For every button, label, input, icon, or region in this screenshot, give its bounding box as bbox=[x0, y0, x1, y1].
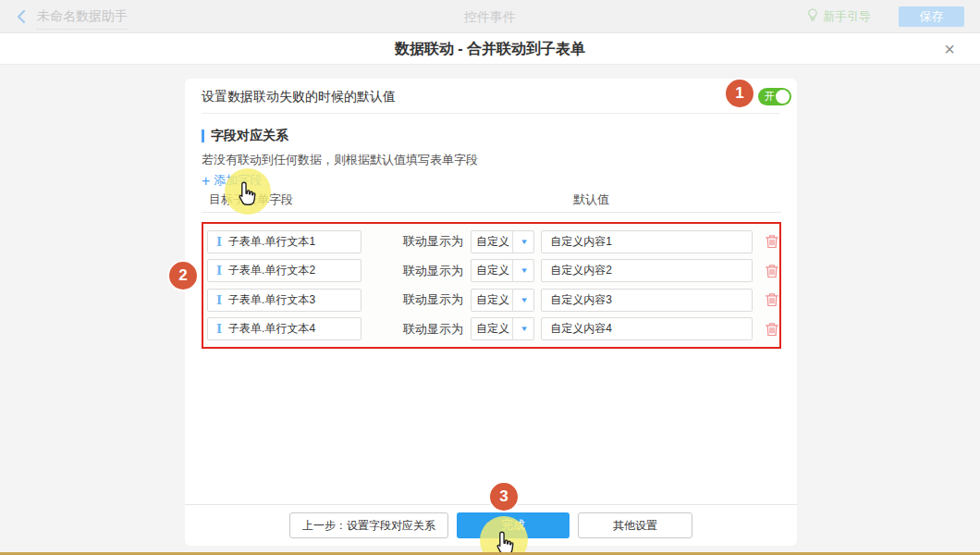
default-value-toggle[interactable]: 开 bbox=[758, 88, 791, 105]
chevron-down-icon: ▼ bbox=[512, 318, 535, 339]
close-icon[interactable]: × bbox=[937, 37, 962, 61]
default-value-setting-row: 设置数据联动失败的时候的默认值 开 bbox=[202, 79, 780, 114]
table-header: 目标子表单字段 默认值 bbox=[202, 191, 780, 206]
text-field-icon: I bbox=[216, 293, 222, 307]
section-description: 若没有联动到任何数据，则根据默认值填写表单字段 bbox=[202, 152, 478, 168]
linkage-display-label: 联动显示为 bbox=[403, 291, 471, 308]
delete-row-icon[interactable] bbox=[765, 234, 779, 249]
mode-select-value: 自定义 bbox=[472, 231, 515, 253]
target-field-input[interactable]: I 子表单.单行文本4 bbox=[207, 317, 361, 340]
delete-row-icon[interactable] bbox=[765, 264, 779, 278]
mode-select-value: 自定义 bbox=[472, 260, 515, 281]
beginner-guide-link[interactable]: 新手引导 bbox=[807, 8, 871, 25]
default-value-text: 自定义内容4 bbox=[550, 321, 612, 337]
step-badge-2: 2 bbox=[167, 260, 199, 291]
default-value-text: 自定义内容2 bbox=[550, 263, 612, 278]
field-mapping-group: I 子表单.单行文本1 联动显示为 自定义 ▼ 自定义内容1 I 子 bbox=[202, 222, 781, 349]
default-value-input[interactable]: 自定义内容1 bbox=[541, 230, 753, 253]
hand-cursor-icon bbox=[233, 181, 257, 213]
step-badge-3: 3 bbox=[488, 481, 520, 512]
default-value-input[interactable]: 自定义内容4 bbox=[541, 317, 753, 340]
delete-row-icon[interactable] bbox=[765, 322, 779, 337]
top-bar: 未命名数据助手 控件事件 新手引导 保存 bbox=[0, 0, 980, 33]
section-title-label: 字段对应关系 bbox=[211, 128, 288, 144]
plus-icon: + bbox=[202, 175, 210, 187]
target-field-input[interactable]: I 子表单.单行文本3 bbox=[207, 289, 361, 312]
modal-header: 数据联动 - 合并联动到子表单 × bbox=[0, 33, 980, 65]
prev-step-button[interactable]: 上一步：设置字段对应关系 bbox=[289, 512, 448, 538]
save-button[interactable]: 保存 bbox=[899, 6, 964, 27]
target-field-value: 子表单.单行文本1 bbox=[228, 234, 315, 250]
default-value-setting-label: 设置数据联动失败的时候的默认值 bbox=[202, 89, 396, 105]
target-field-input[interactable]: I 子表单.单行文本2 bbox=[207, 259, 361, 282]
text-field-icon: I bbox=[216, 235, 222, 249]
table-row: I 子表单.单行文本1 联动显示为 自定义 ▼ 自定义内容1 bbox=[207, 230, 779, 253]
table-row: I 子表单.单行文本2 联动显示为 自定义 ▼ 自定义内容2 bbox=[207, 259, 779, 282]
mode-select-value: 自定义 bbox=[472, 290, 515, 311]
chevron-down-icon: ▼ bbox=[512, 290, 535, 311]
text-field-icon: I bbox=[216, 322, 222, 336]
mode-select[interactable]: 自定义 ▼ bbox=[471, 259, 535, 282]
toggle-knob bbox=[776, 90, 790, 104]
target-field-value: 子表单.单行文本3 bbox=[228, 292, 315, 308]
linkage-display-label: 联动显示为 bbox=[403, 321, 471, 338]
text-field-icon: I bbox=[216, 264, 222, 278]
mode-select-value: 自定义 bbox=[472, 318, 515, 339]
toggle-on-label: 开 bbox=[765, 91, 775, 102]
beginner-guide-label: 新手引导 bbox=[823, 8, 871, 25]
mode-select[interactable]: 自定义 ▼ bbox=[471, 317, 535, 340]
lightbulb-icon bbox=[807, 8, 818, 25]
default-value-text: 自定义内容3 bbox=[550, 292, 612, 308]
mode-select[interactable]: 自定义 ▼ bbox=[471, 289, 535, 312]
linkage-display-label: 联动显示为 bbox=[403, 263, 471, 279]
target-field-value: 子表单.单行文本4 bbox=[228, 321, 315, 337]
other-settings-button[interactable]: 其他设置 bbox=[578, 512, 692, 538]
delete-row-icon[interactable] bbox=[765, 292, 779, 307]
section-title: 字段对应关系 bbox=[202, 128, 288, 144]
table-row: I 子表单.单行文本3 联动显示为 自定义 ▼ 自定义内容3 bbox=[207, 289, 779, 312]
step-badge-1: 1 bbox=[724, 78, 755, 109]
default-value-input[interactable]: 自定义内容2 bbox=[541, 259, 753, 282]
linkage-display-label: 联动显示为 bbox=[403, 233, 471, 250]
section-accent-bar bbox=[202, 130, 204, 142]
target-field-value: 子表单.单行文本2 bbox=[228, 263, 315, 278]
header-divider bbox=[202, 212, 781, 213]
target-field-input[interactable]: I 子表单.单行文本1 bbox=[207, 230, 361, 253]
default-value-input[interactable]: 自定义内容3 bbox=[541, 289, 753, 312]
default-value-column-header: 默认值 bbox=[573, 191, 609, 208]
settings-card: 设置数据联动失败的时候的默认值 开 字段对应关系 若没有联动到任何数据，则根据默… bbox=[185, 79, 797, 546]
modal-body: 设置数据联动失败的时候的默认值 开 字段对应关系 若没有联动到任何数据，则根据默… bbox=[0, 66, 980, 555]
table-row: I 子表单.单行文本4 联动显示为 自定义 ▼ 自定义内容4 bbox=[207, 317, 779, 340]
modal-title: 数据联动 - 合并联动到子表单 bbox=[0, 33, 980, 65]
chevron-down-icon: ▼ bbox=[512, 231, 535, 253]
mode-select[interactable]: 自定义 ▼ bbox=[471, 230, 535, 253]
chevron-down-icon: ▼ bbox=[512, 260, 535, 281]
default-value-text: 自定义内容1 bbox=[550, 234, 612, 250]
